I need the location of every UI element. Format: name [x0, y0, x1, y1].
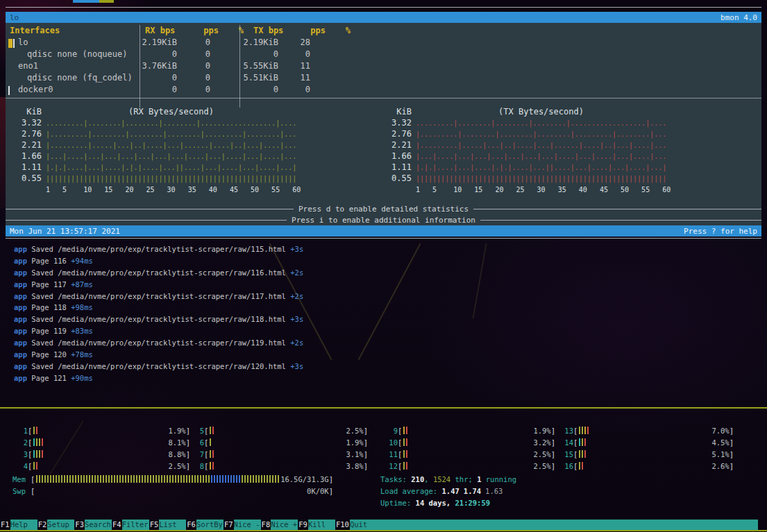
stat-value: 0 — [177, 85, 210, 94]
window-border-top — [6, 7, 761, 8]
cpu-column-2: 5[2.5%]6[1.9%]7[3.1%]8[3.8%] — [194, 424, 368, 472]
interface-row[interactable]: docker00000 — [8, 83, 759, 95]
log-line: app Page 116 +94ms — [14, 257, 767, 268]
fnkey-action: Quit — [350, 520, 758, 530]
cpu-meter: 2[8.1%] — [18, 436, 190, 448]
graph-x-axis: 1 5 10 15 20 25 30 35 40 45 50 55 60 — [46, 186, 301, 194]
fnkey-nice-[interactable]: F8Nice + — [261, 520, 298, 530]
threads-count: 1524 — [433, 475, 450, 483]
fnkey-setup[interactable]: F2Setup — [37, 520, 75, 530]
bmon-version: bmon 4.0 — [720, 13, 757, 22]
running-label: running — [481, 475, 516, 483]
log-line: app Saved /media/nvme/pro/exp/tracklytis… — [14, 292, 767, 304]
wallpaper-red-strip — [0, 97, 6, 208]
interface-row[interactable]: eno13.76KiB05.55KiB11 — [8, 60, 759, 71]
load-average-line: Load average: 1.471.741.63 — [380, 485, 503, 497]
uptime-time: 21:29:59 — [455, 499, 490, 507]
cpu-column-1: 1[1.9%]2[8.1%]3[8.8%]4[2.5%] — [18, 424, 190, 472]
fnkey-label: F4 — [112, 520, 122, 530]
interface-row[interactable]: qdisc none (noqueue)0000 — [8, 48, 759, 60]
stat-value: 0 — [177, 61, 210, 71]
fnkey-label: F2 — [37, 520, 48, 530]
log-line: app Page 120 +78ms — [14, 350, 767, 362]
memory-meter: Mem[ 16.5G/31.3G] — [12, 473, 333, 485]
bmon-section-divider — [6, 98, 761, 98]
tasks-label: Tasks: — [380, 475, 411, 483]
fnkey-label: F10 — [335, 520, 350, 530]
fnkey-action: Nice + — [271, 520, 298, 530]
stat-value: 2.19KiB — [238, 37, 278, 47]
col-tx-pps: pps — [294, 26, 326, 35]
interface-row[interactable]: qdisc none (fq_codel)005.51KiB11 — [8, 71, 759, 83]
log-pane[interactable]: app Saved /media/nvme/pro/exp/tracklytis… — [0, 239, 767, 406]
pane-border-olive — [0, 407, 767, 409]
fnkey-label: F7 — [224, 520, 234, 530]
fnkey-sortby[interactable]: F6SortBy — [186, 520, 224, 530]
mem-label: Mem — [12, 475, 31, 483]
fnkey-help[interactable]: F1Help — [0, 520, 37, 530]
cpu-meter: 9[1.9%] — [384, 424, 555, 436]
bmon-pane[interactable]: lo bmon 4.0 Interfaces RX bps pps % TX b… — [6, 12, 761, 237]
bmon-hint-additional: Press i to enable additional information — [6, 214, 761, 225]
fold-marker-icon — [8, 86, 10, 95]
interface-name: docker0 — [8, 85, 137, 94]
selection-cursor — [8, 39, 12, 48]
fnkey-quit[interactable]: F10Quit — [335, 520, 758, 530]
fnkey-search[interactable]: F3Search — [74, 520, 112, 530]
interface-name: qdisc none (noqueue) — [8, 49, 137, 59]
mem-value: 16.5G/31.3G — [280, 475, 329, 483]
stat-value: 0 — [177, 37, 210, 47]
fnkey-filter[interactable]: F4Filter — [112, 520, 149, 530]
window-border-mid — [6, 238, 761, 239]
cpu-meter: 16[2.6%] — [559, 460, 734, 472]
wallpaper-accent-blue — [73, 0, 99, 3]
log-line: app Saved /media/nvme/pro/exp/tracklytis… — [14, 362, 767, 374]
cpu-meter: 13[7.0%] — [559, 424, 734, 436]
fnkey-action: SortBy — [196, 520, 224, 530]
divider — [473, 209, 761, 209]
cpu-column-3: 9[1.9%]10[3.2%]11[2.5%]12[2.5%] — [384, 424, 555, 472]
rx-graph: KiB(RX Bytes/second)3.32.........|......… — [8, 106, 307, 195]
desktop: lo bmon 4.0 Interfaces RX bps pps % TX b… — [0, 0, 767, 532]
fnkey-label: F9 — [298, 520, 308, 530]
stat-value: 0 — [278, 85, 310, 94]
swap-label: Swp — [12, 487, 31, 495]
stat-value: 0 — [278, 49, 310, 59]
tx-graph: KiB(TX Bytes/second)3.32.........|......… — [378, 106, 677, 195]
cpu-meter: 3[8.8%] — [18, 448, 190, 460]
cpu-meter: 15[5.1%] — [559, 448, 734, 460]
stat-value: 2.19KiB — [137, 37, 177, 47]
divider — [6, 209, 294, 209]
graph-series: ||||||||||||||||||||||||||||||||||||||||… — [416, 175, 666, 182]
graph-series: |...|....|...|...|...|...|...|...|....|.… — [416, 153, 666, 160]
load-15min: 1.63 — [485, 487, 503, 495]
help-hint: Press ? for help — [684, 227, 757, 236]
swap-value: 0K/0K — [307, 487, 329, 495]
stat-value: 0 — [137, 85, 177, 94]
load-1min: 1.47 — [442, 487, 460, 495]
bmon-graphs: KiB(RX Bytes/second)3.32.........|......… — [6, 101, 761, 203]
graph-series: .........|........|........|........|...… — [46, 119, 296, 127]
wallpaper-accent-olive — [99, 0, 114, 3]
interface-name: lo — [8, 37, 137, 47]
stat-value: 0 — [238, 85, 278, 94]
interface-row[interactable]: lo2.19KiB02.19KiB28 — [8, 36, 759, 48]
graph-series: |.|.|....|...|....|.|.|....|...||....|..… — [46, 164, 296, 171]
fnkey-list[interactable]: F5List — [149, 520, 187, 530]
graph-series: |.........|........|........|........|..… — [416, 130, 666, 138]
graph-x-axis: 1 5 10 15 20 25 30 35 40 45 50 55 60 — [416, 186, 671, 194]
log-line: app Saved /media/nvme/pro/exp/tracklytis… — [14, 245, 767, 257]
fnkey-label: F3 — [74, 520, 85, 530]
fnkey-kill[interactable]: F9Kill — [298, 520, 335, 530]
fnkey-nice-[interactable]: F7Nice - — [224, 520, 261, 530]
fnkey-label: F6 — [186, 520, 196, 530]
bmon-selected-interface: lo — [10, 13, 19, 22]
cpu-meter: 4[2.5%] — [18, 460, 190, 472]
cpu-meter: 6[1.9%] — [194, 436, 368, 448]
fnkey-action: Help — [10, 520, 37, 530]
interface-table-rows: lo2.19KiB02.19KiB28qdisc none (noqueue)0… — [8, 36, 759, 95]
graph-series: .........|........|........|........|...… — [416, 119, 666, 127]
fnkey-action: List — [159, 520, 186, 530]
htop-pane[interactable]: 1[1.9%]2[8.1%]3[8.8%]4[2.5%] 5[2.5%]6[1.… — [0, 409, 767, 520]
fnbar: F1HelpF2SetupF3SearchF4FilterF5ListF6Sor… — [0, 520, 758, 530]
